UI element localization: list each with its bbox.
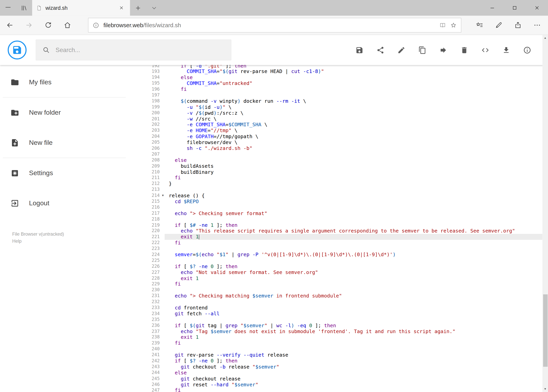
address-bar[interactable]: filebrowser.web/files/wizard.sh bbox=[88, 18, 461, 33]
web-notes-button[interactable] bbox=[489, 15, 508, 35]
maximize-button[interactable] bbox=[503, 0, 526, 16]
code-line[interactable]: 198 $(command -v winpty) docker run --rm… bbox=[141, 98, 542, 104]
set-tabs-aside-button[interactable] bbox=[16, 0, 32, 16]
code-line[interactable]: 237 echo "Tag $semver does not exist in … bbox=[141, 328, 542, 334]
copy-button[interactable] bbox=[412, 40, 433, 61]
code-line[interactable]: 194 else bbox=[141, 75, 542, 80]
code-line[interactable]: 232 bbox=[141, 299, 542, 305]
code-line[interactable]: 239 fi bbox=[141, 340, 542, 346]
code-line[interactable]: 241 git rev-parse --verify --quiet relea… bbox=[141, 352, 542, 358]
code-line[interactable]: 217 echo "> Checking semver format" bbox=[141, 210, 542, 216]
rename-button[interactable] bbox=[391, 40, 412, 61]
code-line[interactable]: 216 bbox=[141, 204, 542, 210]
code-line[interactable]: 199 -u "$(id -u)" \ bbox=[141, 104, 542, 110]
code-line[interactable]: 246 git reset --hard "$semver" bbox=[141, 382, 542, 387]
code-line[interactable]: 223 bbox=[141, 246, 542, 252]
code-line[interactable]: 220 echo "This release script requires a… bbox=[141, 228, 542, 234]
forward-button[interactable] bbox=[19, 15, 38, 35]
scroll-up-arrow-icon[interactable]: ▲ bbox=[542, 35, 548, 41]
code-line[interactable]: 213 bbox=[141, 187, 542, 193]
settings-more-button[interactable] bbox=[527, 15, 547, 35]
code-line[interactable]: 210 buildBinary bbox=[141, 169, 542, 175]
add-favorite-star-icon[interactable] bbox=[450, 22, 457, 28]
page-info-icon[interactable] bbox=[92, 22, 99, 28]
help-link[interactable]: Help bbox=[12, 238, 64, 245]
search-input[interactable] bbox=[55, 46, 225, 54]
sidebar-item-new-folder[interactable]: New folder bbox=[0, 98, 141, 128]
tab-close-icon[interactable] bbox=[117, 3, 126, 12]
show-tab-previews-button[interactable] bbox=[0, 0, 16, 16]
code-line[interactable]: 211 fi bbox=[141, 175, 542, 181]
info-button[interactable] bbox=[516, 40, 537, 61]
code-line[interactable]: 204 -e GOPATH=//tmp/gopath \ bbox=[141, 134, 542, 140]
sidebar-item-new-file[interactable]: New file bbox=[0, 128, 141, 158]
tab-list-button[interactable] bbox=[146, 0, 162, 16]
favorites-hub-button[interactable] bbox=[470, 15, 489, 35]
scroll-down-arrow-icon[interactable]: ▼ bbox=[542, 386, 548, 392]
code-line[interactable]: 215 cd $REPO bbox=[141, 199, 542, 204]
code-line[interactable]: 227 echo "Not valid semver format. See s… bbox=[141, 269, 542, 275]
sidebar-item-settings[interactable]: Settings bbox=[0, 158, 141, 188]
back-button[interactable] bbox=[0, 15, 19, 35]
filebrowser-logo[interactable] bbox=[8, 41, 26, 59]
code-line[interactable]: 203 -e HOME="//tmp" \ bbox=[141, 128, 542, 134]
code-line[interactable]: 235 bbox=[141, 317, 542, 322]
code-line[interactable]: 247 fi bbox=[141, 387, 542, 392]
new-tab-button[interactable] bbox=[130, 0, 146, 16]
code-line[interactable]: 195 COMMIT_SHA="untracked" bbox=[141, 80, 542, 86]
fold-marker-icon[interactable]: ▾ bbox=[160, 193, 165, 198]
code-line[interactable]: 221 exit 1 bbox=[141, 234, 542, 240]
code-line[interactable]: 230 bbox=[141, 287, 542, 293]
search-bar[interactable] bbox=[36, 40, 231, 61]
code-line[interactable]: 236 if [ $(git tag | grep "$semver" | wc… bbox=[141, 322, 542, 328]
code-line[interactable]: 242 if [ $? -ne 0 ]; then bbox=[141, 358, 542, 364]
code-line[interactable]: 219 if [ $# -ne 1 ]; then bbox=[141, 222, 542, 228]
home-button[interactable] bbox=[58, 15, 77, 35]
delete-button[interactable] bbox=[454, 40, 475, 61]
url-text[interactable]: filebrowser.web/files/wizard.sh bbox=[104, 22, 435, 28]
code-line[interactable]: 224 semver=$(echo "$1" | grep -P '^v(0|[… bbox=[141, 252, 542, 258]
sidebar-item-logout[interactable]: Logout bbox=[0, 188, 141, 218]
code-line[interactable]: 244 else bbox=[141, 370, 542, 376]
code-line[interactable]: 201 -w //src \ bbox=[141, 116, 542, 122]
share-button[interactable] bbox=[370, 40, 391, 61]
code-line[interactable]: 226 if [ $? -ne 0 ]; then bbox=[141, 264, 542, 269]
code-line[interactable]: 212} bbox=[141, 181, 542, 187]
code-line[interactable]: 209 buildAssets bbox=[141, 163, 542, 169]
code-line[interactable]: 228 exit 1 bbox=[141, 275, 542, 281]
code-line[interactable]: 208 else bbox=[141, 157, 542, 163]
code-line[interactable]: 233 cd frontend bbox=[141, 305, 542, 311]
move-button[interactable] bbox=[433, 40, 454, 61]
page-scrollbar[interactable]: ▲ ▼ bbox=[542, 35, 548, 392]
code-line[interactable]: 231 echo "> Checking matching $semver in… bbox=[141, 293, 542, 299]
sidebar-item-my-files[interactable]: My files bbox=[0, 67, 141, 97]
code-line[interactable]: 214▾release () { bbox=[141, 193, 542, 198]
code-line[interactable]: 207 bbox=[141, 151, 542, 157]
reading-view-icon[interactable] bbox=[439, 22, 446, 28]
code-line[interactable]: 240 bbox=[141, 346, 542, 352]
download-button[interactable] bbox=[496, 40, 516, 61]
refresh-button[interactable] bbox=[38, 15, 57, 35]
code-line[interactable]: 245 git checkout release bbox=[141, 376, 542, 382]
code-line[interactable]: 243 git checkout -b release "$semver" bbox=[141, 364, 542, 370]
code-line[interactable]: 196 fi bbox=[141, 86, 542, 92]
code-line[interactable]: 200 -v /$(pwd):/src:z \ bbox=[141, 110, 542, 116]
code-view-button[interactable] bbox=[475, 40, 496, 61]
share-page-button[interactable] bbox=[508, 15, 527, 35]
code-line[interactable]: 222 fi bbox=[141, 240, 542, 246]
code-line[interactable]: 238 exit 1 bbox=[141, 335, 542, 340]
code-editor[interactable]: 192 if [ -d ".git" ]; then193 COMMIT_SHA… bbox=[141, 35, 542, 392]
code-line[interactable]: 202 -e COMMIT_SHA=$COMMIT_SHA \ bbox=[141, 122, 542, 128]
code-line[interactable]: 234 git fetch --all bbox=[141, 311, 542, 317]
code-line[interactable]: 193 COMMIT_SHA="$(git rev-parse HEAD | c… bbox=[141, 69, 542, 75]
code-line[interactable]: 225 bbox=[141, 258, 542, 263]
scrollbar-thumb[interactable] bbox=[543, 294, 548, 367]
code-line[interactable]: 218 bbox=[141, 216, 542, 222]
save-button[interactable] bbox=[349, 40, 370, 61]
minimize-button[interactable] bbox=[481, 0, 503, 16]
browser-tab[interactable]: wizard.sh bbox=[32, 0, 130, 16]
code-line[interactable]: 205 filebrowser/dev \ bbox=[141, 140, 542, 145]
code-line[interactable]: 197 bbox=[141, 92, 542, 98]
code-line[interactable]: 229 fi bbox=[141, 281, 542, 287]
close-button[interactable] bbox=[526, 0, 548, 16]
